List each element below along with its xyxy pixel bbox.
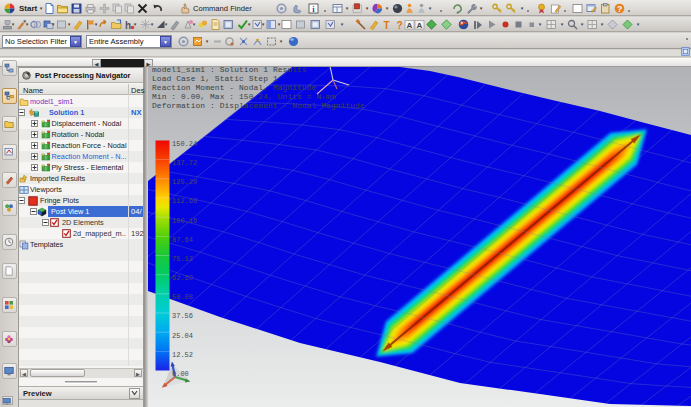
svg-text:0.00: 0.00 [172, 370, 189, 378]
svg-text:62.60: 62.60 [172, 274, 193, 282]
svg-text:model1_sim1 : Solution 1 Resul: model1_sim1 : Solution 1 Results [152, 67, 307, 74]
svg-text:125.20: 125.20 [172, 178, 197, 186]
svg-text:87.64: 87.64 [172, 236, 193, 244]
svg-text:h: h [125, 19, 131, 30]
svg-text:137.72: 137.72 [172, 159, 197, 167]
svg-text:Min : 0.00, Max : 150.24, Unit: Min : 0.00, Max : 150.24, Units = N-mm [152, 92, 336, 101]
svg-text:A: A [407, 20, 413, 29]
svg-text:Load Case 1, Static Step 1: Load Case 1, Static Step 1 [152, 74, 278, 83]
svg-text:25.04: 25.04 [172, 332, 193, 340]
svg-text:A: A [417, 20, 423, 29]
svg-text:75.12: 75.12 [172, 255, 193, 263]
svg-text:T: T [383, 19, 389, 30]
svg-text:100.16: 100.16 [172, 217, 197, 225]
svg-text:?: ? [617, 3, 622, 13]
svg-text:Reaction Moment - Nodal, Magni: Reaction Moment - Nodal, Magnitude [152, 83, 317, 92]
svg-text:12.52: 12.52 [172, 351, 193, 359]
svg-text:37.56: 37.56 [172, 312, 193, 320]
svg-text:Deformation : Displacement - N: Deformation : Displacement - Nodal Magni… [152, 101, 365, 110]
svg-text:50.08: 50.08 [172, 293, 193, 301]
svg-text:?: ? [396, 19, 402, 30]
svg-text:112.68: 112.68 [172, 197, 197, 205]
svg-text:150.24: 150.24 [172, 140, 197, 148]
